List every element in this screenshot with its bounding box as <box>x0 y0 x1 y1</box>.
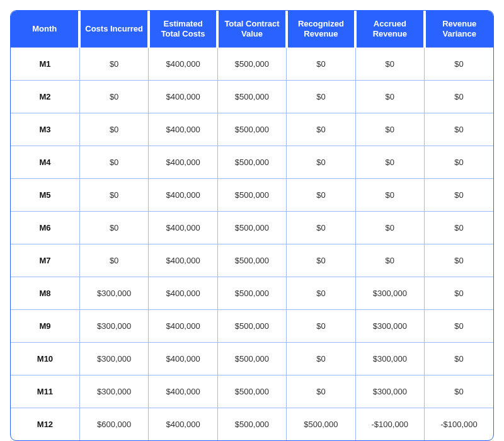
cell-costs-incurred: $300,000 <box>79 375 148 408</box>
cell-accrued-revenue: $0 <box>355 47 424 80</box>
cell-estimated-total-costs: $400,000 <box>149 408 217 440</box>
table-row: M12$600,000$400,000$500,000$500,000-$100… <box>11 408 493 440</box>
cell-month: M6 <box>11 211 79 244</box>
col-header-accrued-revenue: Accrued Revenue <box>355 11 424 47</box>
cell-month: M4 <box>11 146 79 178</box>
cell-estimated-total-costs: $400,000 <box>149 113 217 146</box>
cell-revenue-variance: $0 <box>425 113 493 146</box>
cell-revenue-variance: $0 <box>425 47 493 80</box>
cell-costs-incurred: $600,000 <box>79 408 148 440</box>
table-row: M6$0$400,000$500,000$0$0$0 <box>11 211 493 244</box>
cell-accrued-revenue: $0 <box>355 113 424 146</box>
cell-month: M5 <box>11 178 79 211</box>
cell-month: M10 <box>11 342 79 375</box>
cell-costs-incurred: $0 <box>79 146 148 178</box>
cell-total-contract-value: $500,000 <box>217 211 286 244</box>
cell-total-contract-value: $500,000 <box>217 375 286 408</box>
cell-estimated-total-costs: $400,000 <box>149 309 217 342</box>
cell-revenue-variance: $0 <box>425 342 493 375</box>
cell-accrued-revenue: $0 <box>355 178 424 211</box>
cell-month: M8 <box>11 277 79 309</box>
table-row: M8$300,000$400,000$500,000$0$300,000$0 <box>11 277 493 309</box>
cell-costs-incurred: $0 <box>79 211 148 244</box>
cell-recognized-revenue: $0 <box>287 80 355 113</box>
cell-costs-incurred: $300,000 <box>79 277 148 309</box>
table-row: M9$300,000$400,000$500,000$0$300,000$0 <box>11 309 493 342</box>
cell-month: M1 <box>11 47 79 80</box>
table-row: M10$300,000$400,000$500,000$0$300,000$0 <box>11 342 493 375</box>
cell-total-contract-value: $500,000 <box>217 408 286 440</box>
cell-month: M3 <box>11 113 79 146</box>
cell-total-contract-value: $500,000 <box>217 113 286 146</box>
cell-revenue-variance: $0 <box>425 244 493 277</box>
cell-recognized-revenue: $0 <box>287 375 355 408</box>
cell-costs-incurred: $0 <box>79 47 148 80</box>
col-header-month: Month <box>11 11 79 47</box>
cell-total-contract-value: $500,000 <box>217 309 286 342</box>
col-header-revenue-variance: Revenue Variance <box>425 11 493 47</box>
cell-month: M11 <box>11 375 79 408</box>
cell-estimated-total-costs: $400,000 <box>149 244 217 277</box>
cell-estimated-total-costs: $400,000 <box>149 47 217 80</box>
cell-revenue-variance: $0 <box>425 146 493 178</box>
cell-accrued-revenue: $300,000 <box>355 309 424 342</box>
cell-recognized-revenue: $0 <box>287 244 355 277</box>
cell-costs-incurred: $300,000 <box>79 342 148 375</box>
cell-recognized-revenue: $0 <box>287 113 355 146</box>
cell-month: M9 <box>11 309 79 342</box>
cell-costs-incurred: $0 <box>79 80 148 113</box>
cell-estimated-total-costs: $400,000 <box>149 80 217 113</box>
table-row: M5$0$400,000$500,000$0$0$0 <box>11 178 493 211</box>
revenue-table: Month Costs Incurred Estimated Total Cos… <box>11 11 493 440</box>
cell-total-contract-value: $500,000 <box>217 178 286 211</box>
cell-estimated-total-costs: $400,000 <box>149 277 217 309</box>
col-header-total-contract-value: Total Contract Value <box>217 11 286 47</box>
cell-costs-incurred: $0 <box>79 178 148 211</box>
table-header: Month Costs Incurred Estimated Total Cos… <box>11 11 493 47</box>
cell-costs-incurred: $300,000 <box>79 309 148 342</box>
cell-estimated-total-costs: $400,000 <box>149 178 217 211</box>
cell-costs-incurred: $0 <box>79 244 148 277</box>
cell-month: M7 <box>11 244 79 277</box>
cell-accrued-revenue: $0 <box>355 146 424 178</box>
cell-revenue-variance: $0 <box>425 309 493 342</box>
revenue-table-container: Month Costs Incurred Estimated Total Cos… <box>10 10 494 441</box>
cell-total-contract-value: $500,000 <box>217 342 286 375</box>
cell-estimated-total-costs: $400,000 <box>149 342 217 375</box>
cell-revenue-variance: $0 <box>425 211 493 244</box>
cell-recognized-revenue: $0 <box>287 277 355 309</box>
cell-recognized-revenue: $500,000 <box>287 408 355 440</box>
cell-total-contract-value: $500,000 <box>217 277 286 309</box>
cell-total-contract-value: $500,000 <box>217 47 286 80</box>
col-header-costs-incurred: Costs Incurred <box>79 11 148 47</box>
cell-estimated-total-costs: $400,000 <box>149 146 217 178</box>
cell-total-contract-value: $500,000 <box>217 244 286 277</box>
cell-month: M2 <box>11 80 79 113</box>
cell-revenue-variance: $0 <box>425 178 493 211</box>
table-row: M3$0$400,000$500,000$0$0$0 <box>11 113 493 146</box>
cell-recognized-revenue: $0 <box>287 309 355 342</box>
cell-recognized-revenue: $0 <box>287 178 355 211</box>
table-row: M11$300,000$400,000$500,000$0$300,000$0 <box>11 375 493 408</box>
cell-revenue-variance: $0 <box>425 80 493 113</box>
table-row: M1$0$400,000$500,000$0$0$0 <box>11 47 493 80</box>
cell-revenue-variance: -$100,000 <box>425 408 493 440</box>
cell-accrued-revenue: $300,000 <box>355 277 424 309</box>
cell-recognized-revenue: $0 <box>287 146 355 178</box>
table-row: M7$0$400,000$500,000$0$0$0 <box>11 244 493 277</box>
cell-revenue-variance: $0 <box>425 375 493 408</box>
cell-recognized-revenue: $0 <box>287 211 355 244</box>
table-row: M2$0$400,000$500,000$0$0$0 <box>11 80 493 113</box>
cell-costs-incurred: $0 <box>79 113 148 146</box>
cell-recognized-revenue: $0 <box>287 47 355 80</box>
cell-accrued-revenue: $300,000 <box>355 342 424 375</box>
cell-recognized-revenue: $0 <box>287 342 355 375</box>
cell-total-contract-value: $500,000 <box>217 146 286 178</box>
cell-accrued-revenue: $0 <box>355 211 424 244</box>
table-row: M4$0$400,000$500,000$0$0$0 <box>11 146 493 178</box>
cell-estimated-total-costs: $400,000 <box>149 211 217 244</box>
table-body: M1$0$400,000$500,000$0$0$0M2$0$400,000$5… <box>11 47 493 440</box>
cell-total-contract-value: $500,000 <box>217 80 286 113</box>
cell-month: M12 <box>11 408 79 440</box>
cell-accrued-revenue: $0 <box>355 80 424 113</box>
